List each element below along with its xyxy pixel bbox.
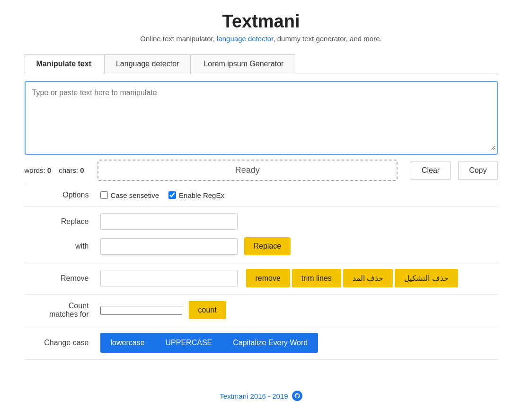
- uppercase-button[interactable]: UPPERCASE: [155, 333, 223, 353]
- count-button[interactable]: count: [189, 301, 226, 319]
- with-label: with: [25, 242, 100, 250]
- capitalize-button[interactable]: Capitalize Every Word: [222, 333, 318, 353]
- clear-button[interactable]: Clear: [411, 161, 451, 180]
- divider-5: [25, 326, 498, 326]
- chars-label: chars:: [59, 166, 78, 174]
- divider-2: [25, 206, 498, 206]
- case-buttons: lowercase UPPERCASE Capitalize Every Wor…: [100, 333, 319, 353]
- count-row: Count matches for count: [25, 297, 498, 323]
- options-label: Options: [25, 191, 100, 199]
- with-row: with Replace: [25, 233, 498, 259]
- svg-point-0: [292, 391, 302, 401]
- textarea-wrapper: [25, 81, 498, 155]
- count-label-1: Count: [69, 302, 89, 310]
- enable-regex-label: Enable RegEx: [179, 191, 224, 199]
- words-label: words:: [25, 166, 45, 174]
- footer: Textmani 2016 - 2019: [220, 372, 302, 401]
- remove-buttons: remove trim lines حذف المد حذف التشكيل: [244, 269, 458, 287]
- main-content: words: 0 chars: 0 Ready Clear Copy Optio…: [25, 81, 498, 363]
- tab-bar: Manipulate text Language detector Lorem …: [25, 54, 498, 73]
- case-sensitive-checkbox[interactable]: [100, 191, 108, 199]
- divider-3: [25, 262, 498, 262]
- change-case-row: Change case lowercase UPPERCASE Capitali…: [25, 329, 498, 357]
- words-value: 0: [47, 166, 51, 174]
- options-row: Options Case sensetive Enable RegEx: [25, 187, 498, 203]
- remove-arabic-extension-button[interactable]: حذف المد: [343, 269, 393, 287]
- count-input[interactable]: [100, 306, 182, 315]
- replace-label: Replace: [25, 217, 100, 226]
- options-checkboxes: Case sensetive Enable RegEx: [100, 191, 224, 199]
- footer-text: Textmani 2016 - 2019: [220, 392, 288, 400]
- with-input[interactable]: [100, 238, 238, 255]
- remove-button[interactable]: remove: [246, 269, 290, 287]
- tab-lorem-ipsum[interactable]: Lorem ipsum Generator: [192, 54, 295, 73]
- remove-row: Remove remove trim lines حذف المد حذف ال…: [25, 265, 498, 291]
- lowercase-button[interactable]: lowercase: [100, 333, 155, 353]
- divider-4: [25, 294, 498, 295]
- github-icon[interactable]: [292, 391, 302, 401]
- change-case-label: Change case: [25, 339, 100, 347]
- words-stat: words: 0: [25, 166, 52, 174]
- chars-value: 0: [80, 166, 84, 174]
- enable-regex-option[interactable]: Enable RegEx: [168, 191, 224, 199]
- status-badge: Ready: [97, 160, 398, 181]
- enable-regex-checkbox[interactable]: [168, 191, 176, 199]
- replace-row: Replace: [25, 209, 498, 233]
- case-sensitive-option[interactable]: Case sensetive: [100, 191, 159, 199]
- case-sensitive-label: Case sensetive: [111, 191, 159, 199]
- page-subtitle: Online text manipulator, language detect…: [140, 35, 381, 43]
- stats-bar: words: 0 chars: 0 Ready Clear Copy: [25, 160, 498, 181]
- count-label: Count matches for: [25, 302, 100, 319]
- text-input[interactable]: [27, 84, 495, 150]
- remove-label: Remove: [25, 274, 100, 283]
- remove-tashkeel-button[interactable]: حذف التشكيل: [395, 269, 458, 287]
- chars-stat: chars: 0: [59, 166, 84, 174]
- replace-input[interactable]: [100, 213, 238, 230]
- remove-input[interactable]: [100, 270, 238, 286]
- language-detector-link[interactable]: language detector: [217, 35, 273, 43]
- tab-manipulate-text[interactable]: Manipulate text: [25, 54, 103, 73]
- trim-lines-button[interactable]: trim lines: [292, 269, 341, 287]
- divider-6: [25, 359, 498, 360]
- copy-button[interactable]: Copy: [458, 161, 497, 180]
- page-title: Textmani: [140, 11, 381, 32]
- divider-1: [25, 184, 498, 184]
- count-label-2: matches for: [49, 310, 89, 318]
- tab-language-detector[interactable]: Language detector: [104, 54, 191, 73]
- page-header: Textmani Online text manipulator, langua…: [140, 0, 381, 46]
- replace-button[interactable]: Replace: [244, 237, 291, 255]
